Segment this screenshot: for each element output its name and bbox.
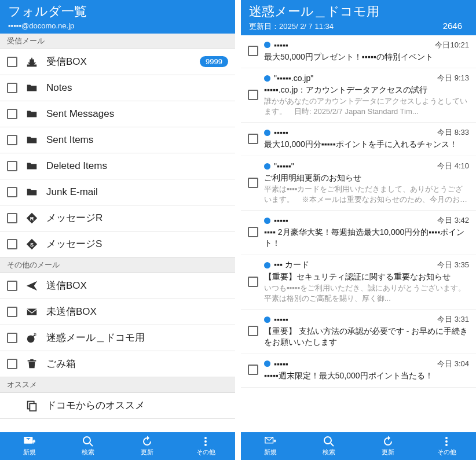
folder-item[interactable]: 迷惑メール＿ドコモ用 — [0, 325, 235, 351]
folder-label: メッセージR — [46, 211, 228, 225]
folder-item[interactable]: 未送信BOX — [0, 299, 235, 325]
new-button[interactable]: 新規 — [0, 432, 59, 460]
inbox-icon — [25, 56, 38, 68]
folder-label: 迷惑メール＿ドコモ用 — [46, 331, 228, 344]
mail-checkbox[interactable] — [248, 227, 258, 237]
mail-checkbox[interactable] — [248, 277, 258, 287]
mail-checkbox[interactable] — [248, 326, 258, 336]
mail-sender: ▪▪▪▪▪ — [274, 216, 434, 225]
mail-time: 今日 3:35 — [437, 260, 469, 270]
folder-label: メッセージS — [46, 237, 228, 251]
folder-checkbox[interactable] — [7, 57, 17, 67]
mail-checkbox[interactable] — [248, 178, 258, 188]
send-icon — [25, 279, 38, 292]
folder-checkbox[interactable] — [7, 307, 17, 317]
mail-panel: 迷惑メール＿ドコモ用 更新日：2025/ 2/ 7 11:34 2646 ▪▪▪… — [241, 0, 476, 460]
mail-item[interactable]: ▪▪▪▪▪今日 8:33最大10,000円分▪▪▪▪▪ポイントを手に入れるチャン… — [241, 123, 476, 156]
folder-checkbox[interactable] — [7, 333, 17, 343]
mail-sender: ▪▪▪▪▪ — [274, 315, 434, 324]
mail-time: 今日 4:10 — [437, 161, 469, 171]
folder-list[interactable]: 受信メール受信BOX9999NotesSent MessagesSent Ite… — [0, 34, 235, 432]
folder-checkbox[interactable] — [7, 359, 17, 369]
folder-checkbox[interactable] — [7, 161, 17, 171]
mail-subject: ▪▪▪▪▪週末限定！最大50,000円ポイント当たる！ — [264, 370, 469, 381]
mail-item[interactable]: "▪▪▪▪▪"今日 4:10ご利用明細更新のお知らせ平素は▪▪▪▪カードをご利用… — [241, 156, 476, 211]
folder-icon — [25, 108, 38, 120]
mail-checkbox[interactable] — [248, 134, 258, 144]
search-button[interactable]: 検索 — [59, 432, 118, 460]
folder-item[interactable]: RメッセージR — [0, 205, 235, 231]
section-header: その他のメール — [0, 257, 235, 273]
folder-item[interactable]: ごみ箱 — [0, 351, 235, 377]
refresh-button[interactable]: 更新 — [118, 432, 177, 460]
other-button[interactable]: その他 — [177, 432, 236, 460]
mail-item[interactable]: ▪▪▪▪▪今日 3:04▪▪▪▪▪週末限定！最大50,000円ポイント当たる！ — [241, 354, 476, 388]
search-button[interactable]: 検索 — [300, 432, 359, 460]
unread-dot-icon — [264, 262, 270, 268]
folder-checkbox[interactable] — [7, 135, 17, 145]
mail-subject: 最大50,000円プレゼント！▪▪▪▪▪の特別イベント — [264, 51, 469, 62]
svg-point-12 — [445, 437, 448, 439]
search-icon — [82, 436, 94, 447]
bottom-bar-right: 新規 検索 更新 その他 — [241, 432, 476, 460]
folder-item[interactable]: ドコモからのオススメ — [0, 393, 235, 419]
mail-time: 今日 3:42 — [437, 215, 469, 226]
mail-checkbox[interactable] — [248, 90, 258, 100]
diamond-r-icon: R — [25, 212, 38, 225]
folder-checkbox[interactable] — [7, 281, 17, 291]
search-label: 検索 — [323, 448, 335, 457]
folder-item[interactable]: Junk E-mail — [0, 179, 235, 205]
mail-item[interactable]: ▪▪▪▪▪今日 3:31【重要】 支払い方法の承認が必要です - お早めに手続き… — [241, 310, 476, 354]
folder-item[interactable]: SメッセージS — [0, 231, 235, 257]
mail-preview: 誰かがあなたのアカウントデータにアクセスしようとしています。 日時: 2025/… — [264, 96, 469, 116]
folder-panel: フォルダ一覧 ▪▪▪▪▪@docomo.ne.jp 受信メール受信BOX9999… — [0, 0, 235, 460]
folder-label: Sent Messages — [46, 108, 228, 120]
new-mail-icon — [265, 436, 276, 447]
mail-item[interactable]: "▪▪▪▪▪.co.jp"今日 9:13▪▪▪▪▪.co.jp：アカウントデータ… — [241, 68, 476, 123]
folder-icon — [25, 160, 38, 172]
mail-checkbox[interactable] — [248, 365, 258, 375]
mail-item[interactable]: ▪▪▪▪▪今日 3:42▪▪▪▪ 2月豪华大奖！毎週抽选最大10,000円分的▪… — [241, 211, 476, 255]
folder-item[interactable]: Notes — [0, 75, 235, 101]
mail-sender: ▪▪▪▪▪ — [274, 128, 434, 137]
account-email: ▪▪▪▪▪@docomo.ne.jp — [8, 21, 227, 30]
mail-item[interactable]: ▪▪▪ カード今日 3:35【重要】セキュリティ認証に関する重要なお知らせいつも… — [241, 255, 476, 310]
mail-folder-title: 迷惑メール＿ドコモ用 — [249, 3, 468, 20]
unread-dot-icon — [264, 75, 270, 82]
refresh-label: 更新 — [382, 448, 394, 457]
folder-label: Junk E-mail — [46, 186, 228, 198]
mail-subject: ▪▪▪▪ 2月豪华大奖！毎週抽选最大10,000円分的▪▪▪▪ポイント！ — [264, 227, 469, 249]
folder-label: 受信BOX — [46, 55, 192, 68]
unread-dot-icon — [264, 317, 270, 323]
refresh-button[interactable]: 更新 — [358, 432, 418, 460]
updated-date: 更新日：2025/ 2/ 7 11:34 — [249, 21, 334, 32]
other-button[interactable]: その他 — [418, 432, 477, 460]
mail-item[interactable]: ▪▪▪▪▪今日10:21最大50,000円プレゼント！▪▪▪▪▪の特別イベント — [241, 35, 476, 69]
section-header: 受信メール — [0, 34, 235, 49]
folder-checkbox[interactable] — [7, 83, 17, 93]
mail-checkbox[interactable] — [248, 46, 258, 56]
svg-point-14 — [445, 444, 448, 446]
unread-badge: 9999 — [200, 56, 228, 67]
svg-rect-4 — [30, 403, 36, 411]
mail-list[interactable]: ▪▪▪▪▪今日10:21最大50,000円プレゼント！▪▪▪▪▪の特別イベント"… — [241, 35, 476, 432]
folder-item[interactable]: 受信BOX9999 — [0, 49, 235, 75]
svg-point-13 — [445, 440, 448, 443]
svg-point-6 — [83, 437, 90, 444]
folder-header: フォルダ一覧 ▪▪▪▪▪@docomo.ne.jp — [0, 0, 235, 34]
search-icon — [323, 436, 335, 447]
folder-checkbox[interactable] — [7, 109, 17, 119]
folder-checkbox[interactable] — [7, 187, 17, 197]
folder-item[interactable]: Sent Messages — [0, 101, 235, 127]
unread-dot-icon — [264, 130, 270, 136]
folder-checkbox[interactable] — [7, 239, 17, 249]
folder-checkbox[interactable] — [7, 213, 17, 223]
new-button[interactable]: 新規 — [241, 432, 300, 460]
mail-time: 今日 3:31 — [437, 314, 469, 325]
folder-label: ごみ箱 — [46, 357, 228, 370]
folder-item[interactable]: Deleted Items — [0, 153, 235, 179]
refresh-label: 更新 — [141, 448, 153, 457]
folder-item[interactable]: Sent Items — [0, 127, 235, 153]
folder-item[interactable]: 送信BOX — [0, 273, 235, 299]
mail-subject: 【重要】 支払い方法の承認が必要です - お早めに手続きをお願いいたします — [264, 326, 469, 348]
